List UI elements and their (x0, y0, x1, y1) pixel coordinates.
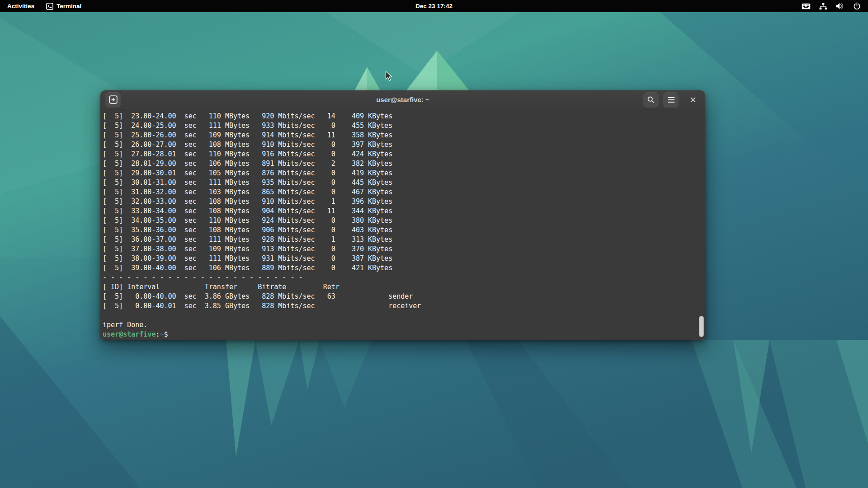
prompt-dollar: $ (164, 330, 172, 338)
terminal-line: [ ID] Interval Transfer Bitrate Retr (103, 282, 705, 292)
terminal-line: [ 5] 35.00-36.00 sec 108 MBytes 906 Mbit… (103, 225, 705, 235)
terminal-app-icon (46, 3, 53, 10)
terminal-line: [ 5] 34.00-35.00 sec 110 MBytes 924 Mbit… (103, 216, 705, 225)
new-tab-icon (109, 95, 118, 104)
terminal-line: iperf Done. (103, 320, 705, 330)
terminal-line: - - - - - - - - - - - - - - - - - - - - … (103, 273, 705, 282)
terminal-line: [ 5] 0.00-40.01 sec 3.85 GBytes 828 Mbit… (103, 301, 705, 311)
prompt-user-host: user@starfive (103, 330, 156, 338)
system-status-area[interactable] (802, 0, 868, 12)
terminal-line: [ 5] 26.00-27.00 sec 108 MBytes 910 Mbit… (103, 140, 705, 150)
terminal-line: [ 5] 24.00-25.00 sec 111 MBytes 933 Mbit… (103, 121, 705, 131)
search-icon (647, 96, 655, 104)
terminal-line: [ 5] 39.00-40.00 sec 106 MBytes 889 Mbit… (103, 263, 705, 273)
terminal-output[interactable]: [ 5] 23.00-24.00 sec 110 MBytes 920 Mbit… (100, 109, 705, 340)
terminal-line: [ 5] 31.00-32.00 sec 103 MBytes 865 Mbit… (103, 188, 705, 197)
wired-network-icon[interactable] (819, 3, 827, 10)
hamburger-menu-icon (667, 97, 675, 103)
terminal-line: [ 5] 32.00-33.00 sec 108 MBytes 910 Mbit… (103, 197, 705, 206)
terminal-line (103, 311, 705, 320)
terminal-line: [ 5] 28.01-29.00 sec 106 MBytes 891 Mbit… (103, 159, 705, 169)
terminal-line: [ 5] 38.00-39.00 sec 111 MBytes 931 Mbit… (103, 254, 705, 263)
terminal-line: [ 5] 37.00-38.00 sec 109 MBytes 913 Mbit… (103, 244, 705, 254)
terminal-line: [ 5] 27.00-28.01 sec 110 MBytes 916 Mbit… (103, 150, 705, 159)
clock[interactable]: Dec 23 17:42 (0, 3, 868, 9)
search-button[interactable] (643, 92, 659, 108)
terminal-line: [ 5] 0.00-40.00 sec 3.86 GBytes 828 Mbit… (103, 292, 705, 301)
power-icon[interactable] (853, 2, 861, 10)
terminal-window: user@starfive: ~ × (100, 90, 705, 340)
terminal-line: [ 5] 25.00-26.00 sec 109 MBytes 914 Mbit… (103, 131, 705, 140)
terminal-line: [ 5] 30.01-31.00 sec 111 MBytes 935 Mbit… (103, 178, 705, 188)
terminal-line: [ 5] 23.00-24.00 sec 110 MBytes 920 Mbit… (103, 112, 705, 121)
shell-prompt[interactable]: user@starfive:~$ (103, 330, 705, 339)
top-bar: Activities Terminal Dec 23 17:42 (0, 0, 868, 12)
focused-app-label: Terminal (57, 3, 81, 9)
new-tab-button[interactable] (105, 92, 121, 108)
keyboard-icon[interactable] (802, 3, 811, 9)
terminal-line: [ 5] 33.00-34.00 sec 108 MBytes 904 Mbit… (103, 206, 705, 216)
activities-button[interactable]: Activities (0, 0, 41, 12)
terminal-line: [ 5] 36.00-37.00 sec 111 MBytes 928 Mbit… (103, 235, 705, 244)
terminal-line: [ 5] 29.00-30.01 sec 105 MBytes 876 Mbit… (103, 169, 705, 178)
desktop: Activities Terminal Dec 23 17:42 (0, 0, 868, 488)
window-title: user@starfive: ~ (100, 96, 705, 103)
window-headerbar[interactable]: user@starfive: ~ × (100, 90, 705, 109)
menu-button[interactable] (663, 92, 679, 108)
scrollbar-thumb[interactable] (699, 316, 704, 337)
volume-icon[interactable] (836, 3, 844, 9)
terminal-text: [ 5] 23.00-24.00 sec 110 MBytes 920 Mbit… (103, 112, 705, 339)
close-icon: × (689, 95, 697, 104)
focused-app-indicator[interactable]: Terminal (41, 0, 87, 12)
close-window-button[interactable]: × (685, 92, 701, 108)
